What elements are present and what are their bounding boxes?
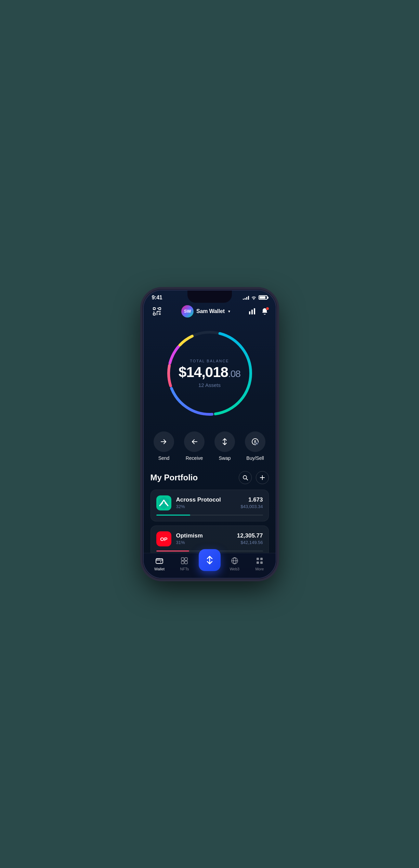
send-button[interactable]: Send [150,431,178,461]
wallet-icon [155,556,164,566]
portfolio-header: My Portfolio [150,471,269,484]
chart-icon [248,307,256,315]
svg-line-26 [246,479,248,480]
balance-circle: TOTAL BALANCE $14,018.08 12 Assets [162,325,258,421]
portfolio-title: My Portfolio [150,473,198,482]
scan-button[interactable] [150,305,163,318]
svg-rect-50 [260,561,263,564]
buysell-button[interactable]: $ ↻ Buy/Sell [242,431,269,461]
send-icon-circle [154,431,174,452]
send-icon [160,438,168,446]
nav-web3[interactable]: Web3 [222,556,247,571]
balance-section: TOTAL BALANCE $14,018.08 12 Assets [144,322,276,428]
svg-rect-10 [251,310,253,314]
portfolio-add-button[interactable] [256,471,269,484]
swap-center-button[interactable] [199,549,221,571]
asset-progress-across [156,515,263,516]
svg-text:OP: OP [160,536,168,542]
nav-nfts[interactable]: NFTs [172,556,197,571]
asset-name-across: Across Protocol [176,496,236,503]
nav-more-label: More [255,567,264,571]
svg-rect-49 [257,561,259,564]
header: SW Sam Wallet ▾ [144,302,276,322]
web3-icon [230,556,239,566]
balance-amount: $14,018.08 [179,365,240,379]
svg-rect-42 [185,561,187,564]
receive-label: Receive [186,455,203,461]
portfolio-actions [239,471,269,484]
svg-rect-39 [181,558,184,560]
nav-web3-label: Web3 [230,567,239,571]
asset-name-op: Optimism [176,532,232,539]
asset-icon-across [156,495,171,510]
asset-values-op: 12,305.77 $42,149.56 [237,532,263,545]
nav-nfts-label: NFTs [180,567,189,571]
receive-icon-circle [184,431,205,452]
svg-rect-40 [185,558,187,560]
svg-rect-1 [159,308,161,310]
nav-more[interactable]: More [247,556,272,571]
buysell-icon: $ ↻ [251,438,259,446]
buysell-icon-circle: $ ↻ [245,431,265,452]
svg-rect-48 [260,558,263,560]
portfolio-section: My Portfolio [144,468,276,557]
svg-rect-41 [181,561,184,564]
add-icon [260,475,265,480]
bottom-navigation: Wallet NFTs [144,553,276,578]
avatar: SW [181,305,194,318]
asset-card-across[interactable]: Across Protocol 32% 1.673 $43,003.34 [150,490,269,521]
user-selector[interactable]: SW Sam Wallet ▾ [181,305,230,318]
scan-icon [153,307,161,316]
send-label: Send [158,455,170,461]
svg-rect-0 [153,308,155,310]
svg-rect-11 [254,308,255,314]
nfts-icon [180,556,189,566]
user-name: Sam Wallet [196,308,225,314]
nav-wallet-label: Wallet [154,567,165,571]
portfolio-search-button[interactable] [239,471,252,484]
status-bar: 9:41 [144,290,276,302]
nav-center [197,549,222,571]
asset-info-across: Across Protocol 32% [176,496,236,509]
asset-icon-op: OP [156,531,171,546]
status-icons [243,295,267,300]
asset-row-op: OP Optimism 31% 12,305.77 $42,149.56 [156,531,263,546]
asset-progress-fill-across [156,515,191,516]
asset-progress-fill-op [156,550,189,552]
notification-badge [266,307,269,310]
svg-rect-9 [249,311,250,314]
asset-usd-across: $43,003.34 [240,504,263,509]
receive-button[interactable]: Receive [181,431,208,461]
battery-icon [259,295,267,300]
screen: 9:41 [144,290,276,578]
asset-percent-across: 32% [176,504,236,509]
more-icon [255,556,264,566]
balance-assets: 12 Assets [179,382,240,388]
swap-label: Swap [219,455,231,461]
svg-rect-47 [257,558,259,560]
balance-label: TOTAL BALANCE [179,359,240,363]
swap-button[interactable]: Swap [211,431,238,461]
svg-point-37 [160,561,161,562]
search-icon [243,475,248,480]
svg-rect-2 [153,313,155,315]
chevron-down-icon: ▾ [228,309,230,314]
nav-wallet[interactable]: Wallet [147,556,172,571]
asset-amount-op: 12,305.77 [237,532,263,539]
action-buttons: Send Receive [144,428,276,468]
swap-icon [221,438,229,446]
asset-row: Across Protocol 32% 1.673 $43,003.34 [156,495,263,510]
balance-content: TOTAL BALANCE $14,018.08 12 Assets [179,359,240,388]
svg-text:↻: ↻ [256,442,258,445]
swap-center-icon [205,555,215,565]
asset-values-across: 1.673 $43,003.34 [240,496,263,509]
signal-bars-icon [243,296,249,300]
svg-rect-38 [156,558,160,559]
chart-button[interactable] [248,307,256,315]
buysell-label: Buy/Sell [246,455,264,461]
asset-percent-op: 31% [176,540,232,545]
phone-frame: 9:41 [143,290,276,579]
notification-button[interactable] [261,308,269,315]
asset-usd-op: $42,149.56 [237,540,263,545]
svg-rect-36 [156,559,163,563]
